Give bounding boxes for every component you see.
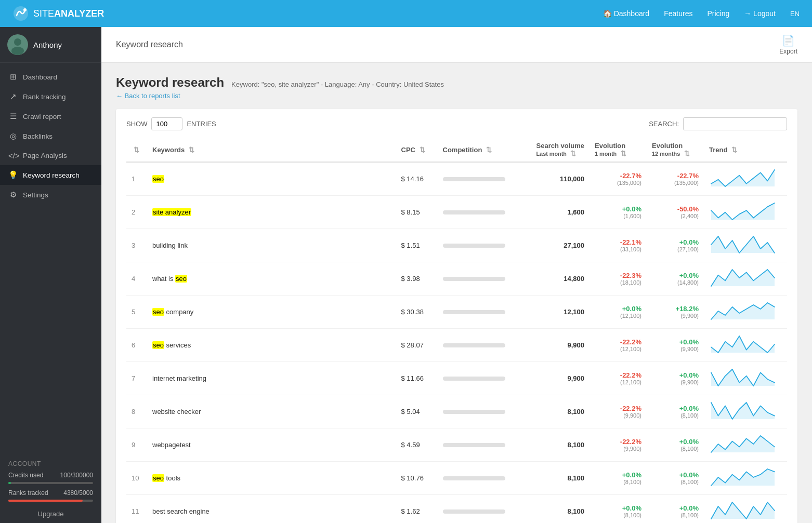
sidebar-item-label: Dashboard	[23, 73, 57, 81]
row-trend	[704, 262, 787, 296]
row-evo1: +0.0% (12,100)	[590, 296, 647, 329]
row-volume: 9,900	[531, 329, 590, 362]
sidebar-item-settings[interactable]: ⚙ Settings	[0, 185, 101, 205]
credits-used-value: 100/300000	[60, 472, 93, 479]
sidebar-username: Anthony	[33, 41, 62, 49]
ranks-bar-fill	[8, 500, 83, 502]
table-row: 7 internet marketing $ 11.66 9,900 -22.2…	[126, 362, 787, 395]
col-header-keywords[interactable]: Keywords ⇅	[147, 138, 396, 162]
row-keyword: seo services	[147, 329, 396, 362]
nav-dashboard[interactable]: 🏠 Dashboard	[603, 9, 649, 18]
row-trend	[704, 495, 787, 524]
language-selector[interactable]: EN	[790, 10, 800, 18]
page-header-title: Keyword research	[116, 40, 183, 49]
row-keyword: site analyzer	[147, 196, 396, 229]
competition-bar-bg	[443, 509, 505, 514]
row-volume: 8,100	[531, 495, 590, 524]
row-volume: 8,100	[531, 428, 590, 462]
col-header-trend[interactable]: Trend ⇅	[704, 138, 787, 162]
table-card: SHOW ENTRIES SEARCH: ⇅ Keywords ⇅ CPC ⇅ …	[116, 109, 797, 523]
keyword-research-icon: 💡	[8, 170, 18, 180]
col-header-num[interactable]: ⇅	[126, 138, 147, 162]
col-header-competition[interactable]: Competition ⇅	[438, 138, 531, 162]
nav-features[interactable]: Features	[664, 9, 692, 18]
competition-bar-bg	[443, 277, 505, 281]
competition-bar-bg	[443, 310, 505, 314]
sidebar-item-label: Backlinks	[23, 132, 53, 140]
keywords-table: ⇅ Keywords ⇅ CPC ⇅ Competition ⇅ Search …	[126, 138, 787, 523]
row-num: 6	[126, 329, 147, 362]
search-input[interactable]	[683, 117, 787, 130]
nav-logout[interactable]: → Logout	[744, 9, 776, 18]
upgrade-button[interactable]: Upgrade	[0, 505, 101, 523]
row-cpc: $ 10.76	[396, 462, 438, 495]
row-keyword: webpagetest	[147, 428, 396, 462]
row-num: 5	[126, 296, 147, 329]
row-competition	[438, 229, 531, 262]
sidebar-item-label: Keyword research	[23, 171, 80, 179]
col-header-evo12[interactable]: Evolution12 months ⇅	[647, 138, 704, 162]
svg-point-1	[23, 8, 27, 11]
row-evo12: +0.0% (8,100)	[647, 495, 704, 524]
row-cpc: $ 5.04	[396, 395, 438, 428]
sidebar-nav: ⊞ Dashboard ↗ Rank tracking ☰ Crawl repo…	[0, 63, 101, 451]
table-row: 11 best search engine $ 1.62 8,100 +0.0%…	[126, 495, 787, 524]
row-evo1: -22.3% (18,100)	[590, 262, 647, 296]
back-link[interactable]: ← Back to reports list	[116, 92, 797, 100]
row-volume: 1,600	[531, 196, 590, 229]
table-row: 6 seo services $ 28.07 9,900 -22.2% (12,…	[126, 329, 787, 362]
nav-pricing[interactable]: Pricing	[707, 9, 729, 18]
row-competition	[438, 495, 531, 524]
row-evo1: +0.0% (1,600)	[590, 196, 647, 229]
row-competition	[438, 462, 531, 495]
show-entries: SHOW ENTRIES	[126, 117, 216, 130]
table-row: 10 seo tools $ 10.76 8,100 +0.0% (8,100)…	[126, 462, 787, 495]
row-cpc: $ 3.98	[396, 262, 438, 296]
entries-input[interactable]	[151, 117, 182, 130]
row-evo1: -22.2% (12,100)	[590, 362, 647, 395]
row-num: 3	[126, 229, 147, 262]
row-evo1: +0.0% (8,100)	[590, 462, 647, 495]
credits-used-row: Credits used 100/300000	[0, 470, 101, 481]
col-header-evo1[interactable]: Evolution1 month ⇅	[590, 138, 647, 162]
top-navigation: SITEANALYZER 🏠 Dashboard Features Pricin…	[0, 0, 812, 27]
sidebar-item-label: Rank tracking	[23, 93, 66, 101]
row-num: 10	[126, 462, 147, 495]
sidebar-item-backlinks[interactable]: ◎ Backlinks	[0, 126, 101, 146]
row-evo1: +0.0% (8,100)	[590, 495, 647, 524]
row-num: 9	[126, 428, 147, 462]
sidebar-item-crawl-report[interactable]: ☰ Crawl report	[0, 106, 101, 126]
search-label: SEARCH:	[649, 120, 679, 128]
row-num: 7	[126, 362, 147, 395]
row-evo1: -22.7% (135,000)	[590, 162, 647, 196]
row-evo12: -50.0% (2,400)	[647, 196, 704, 229]
row-keyword: seo	[147, 162, 396, 196]
row-trend	[704, 296, 787, 329]
site-logo[interactable]: SITEANALYZER	[12, 5, 104, 22]
table-row: 5 seo company $ 30.38 12,100 +0.0% (12,1…	[126, 296, 787, 329]
export-button[interactable]: 📄 Export	[779, 34, 797, 55]
table-controls: SHOW ENTRIES SEARCH:	[126, 117, 787, 130]
main-content: Keyword research 📄 Export Keyword resear…	[101, 27, 812, 523]
sidebar-item-dashboard[interactable]: ⊞ Dashboard	[0, 67, 101, 87]
row-volume: 9,900	[531, 362, 590, 395]
row-evo1: -22.1% (33,100)	[590, 229, 647, 262]
sidebar-account-section: Account Credits used 100/300000 Ranks tr…	[0, 451, 101, 523]
row-num: 8	[126, 395, 147, 428]
col-header-volume[interactable]: Search volumeLast month ⇅	[531, 138, 590, 162]
sidebar-item-rank-tracking[interactable]: ↗ Rank tracking	[0, 87, 101, 106]
row-evo12: +0.0% (9,900)	[647, 362, 704, 395]
row-volume: 110,000	[531, 162, 590, 196]
row-trend	[704, 196, 787, 229]
svg-point-4	[11, 47, 24, 55]
page-analysis-icon: </>	[8, 151, 18, 160]
row-keyword: seo company	[147, 296, 396, 329]
sidebar-item-page-analysis[interactable]: </> Page Analysis	[0, 146, 101, 165]
row-num: 2	[126, 196, 147, 229]
col-header-cpc[interactable]: CPC ⇅	[396, 138, 438, 162]
dashboard-icon: ⊞	[8, 72, 18, 82]
sidebar-item-keyword-research[interactable]: 💡 Keyword research	[0, 165, 101, 185]
row-cpc: $ 30.38	[396, 296, 438, 329]
row-keyword: building link	[147, 229, 396, 262]
row-evo12: +0.0% (27,100)	[647, 229, 704, 262]
